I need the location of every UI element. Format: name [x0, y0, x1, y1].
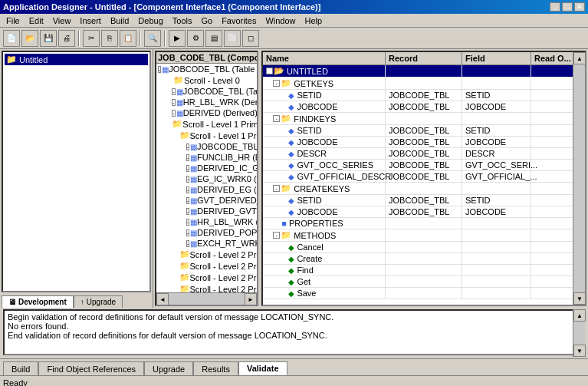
grid-row[interactable]: -📁 FINDKEYS	[263, 113, 585, 125]
grid-cell-record: JOBCODE_TBL	[386, 148, 462, 159]
menu-insert[interactable]: Insert	[75, 15, 106, 26]
grid-row[interactable]: ◆ JOBCODEJOBCODE_TBLJOBCODE	[263, 206, 585, 218]
grid-row[interactable]: ◆ DESCRJOBCODE_TBLDESCR	[263, 148, 585, 160]
title-buttons[interactable]: _ □ ✕	[550, 2, 585, 12]
grid-row[interactable]: ◆ Cancel	[263, 242, 585, 253]
comp-tree-item[interactable]: -▦ DERIVED_POPUF...	[156, 227, 257, 238]
comp-tree-item[interactable]: 📁 Scroll - Level 2 Pri...	[156, 272, 257, 283]
menu-edit[interactable]: Edit	[25, 15, 48, 26]
output-scroll-up[interactable]: ▲	[573, 309, 586, 322]
grid-row[interactable]: ◆ Get	[263, 276, 585, 288]
grid-cell-record: JOBCODE_TBL	[386, 101, 462, 112]
grid-row[interactable]: ◆ Create	[263, 253, 585, 265]
grid-row[interactable]: ◆ SETIDJOBCODE_TBLSETID	[263, 125, 585, 137]
grid-cell-field	[462, 65, 531, 77]
hscroll-left[interactable]: ◄	[156, 293, 169, 305]
grid-cell-read	[531, 171, 577, 182]
grid-vscroll[interactable]: ▲ ▼	[573, 52, 585, 305]
left-tree-untitled[interactable]: 📁 Untitled	[5, 54, 148, 65]
tree-grid-area: JOB_CODE_TBL (Component) -▦ JOBCODE_TBL …	[153, 49, 588, 308]
grid-cell-field: SETID	[462, 90, 531, 101]
grid-row[interactable]: ◆ SETIDJOBCODE_TBLSETID	[263, 195, 585, 206]
grid-row[interactable]: ◆ JOBCODEJOBCODE_TBLJOBCODE	[263, 137, 585, 148]
comp-tree-header: JOB_CODE_TBL (Component)	[156, 52, 257, 64]
grid-row[interactable]: ◆ GVT_OFFICIAL_DESCRJOBCODE_TBLGVT_OFFIC…	[263, 171, 585, 183]
menu-help[interactable]: Help	[301, 15, 327, 26]
toolbar-paste[interactable]: 📋	[120, 30, 136, 47]
comp-tree-item[interactable]: -▦ JOBCODE_TBL (Table...	[156, 141, 257, 152]
grid-cell-read	[531, 242, 577, 252]
tab-upgrade[interactable]: ↑ Upgrade	[74, 295, 123, 308]
menu-favorites[interactable]: Favorites	[217, 15, 261, 26]
menu-view[interactable]: View	[48, 15, 76, 26]
menu-tools[interactable]: Tools	[168, 15, 197, 26]
toolbar-save[interactable]: 💾	[40, 30, 57, 47]
hscroll-right[interactable]: ►	[245, 293, 257, 305]
toolbar-copy[interactable]: ⎘	[101, 30, 118, 47]
comp-tree-item[interactable]: -▦ DERIVED_EG (De...	[156, 184, 257, 195]
menu-build[interactable]: Build	[106, 15, 133, 26]
toolbar-cut[interactable]: ✂	[83, 30, 100, 47]
bottom-tab-find-object-references[interactable]: Find Object References	[38, 361, 144, 375]
comp-tree-item[interactable]: -▦ DERIVED_IC_GBL...	[156, 163, 257, 173]
minimize-button[interactable]: _	[550, 2, 560, 12]
output-panel-wrapper: Begin validation of record definitions f…	[2, 309, 586, 357]
comp-tree-item[interactable]: -▦ DERIVED_GVT (D...	[156, 206, 257, 216]
menu-go[interactable]: Go	[196, 15, 217, 26]
comp-tree-item[interactable]: -▦ JOBCODE_TBL (Table...	[156, 86, 257, 97]
bottom-tab-build[interactable]: Build	[3, 361, 38, 375]
menu-window[interactable]: Window	[261, 15, 300, 26]
comp-tree-item[interactable]: 📁 Scroll - Level 2 Pri...	[156, 249, 257, 260]
grid-row[interactable]: -📁 METHODS	[263, 229, 585, 242]
grid-row[interactable]: ■ PROPERTIES	[263, 218, 585, 229]
toolbar-b3[interactable]: ▤	[205, 30, 222, 47]
col-name: Name	[263, 52, 386, 64]
grid-cell-name: ■ PROPERTIES	[263, 218, 386, 229]
bottom-tab-upgrade[interactable]: Upgrade	[144, 361, 193, 375]
comp-tree-item[interactable]: -▦ GVT_DERIVED_L...	[156, 195, 257, 206]
toolbar-b2[interactable]: ⚙	[187, 30, 204, 47]
comp-tree-item[interactable]: -▦ JOBCODE_TBL (Table - Sc...	[156, 64, 257, 74]
vscroll-down[interactable]: ▼	[573, 292, 586, 305]
toolbar-b4[interactable]: ⬜	[224, 30, 241, 47]
comp-tree-hscroll[interactable]: ◄ ►	[156, 292, 257, 305]
grid-row[interactable]: -📁 GETKEYS	[263, 78, 585, 90]
grid-row[interactable]: ◆ JOBCODEJOBCODE_TBLJOBCODE	[263, 101, 585, 113]
comp-tree-item[interactable]: -▦ EG_IC_WRK0 (De...	[156, 173, 257, 184]
comp-tree-item[interactable]: -▦ FUNCLIB_HR (Der...	[156, 152, 257, 163]
grid-row[interactable]: ◆ SETIDJOBCODE_TBLSETID	[263, 90, 585, 101]
comp-tree-item[interactable]: 📁 Scroll - Level 1 Primary ...	[156, 130, 257, 141]
grid-row[interactable]: -📁 CREATEKEYS	[263, 183, 585, 195]
comp-tree-item[interactable]: -▦ HR_LBL_WRK (De...	[156, 216, 257, 227]
comp-tree-item[interactable]: -▦ HR_LBL_WRK (Derive...	[156, 97, 257, 107]
toolbar-new[interactable]: 📄	[3, 30, 20, 47]
component-tree-inner: JOB_CODE_TBL (Component) -▦ JOBCODE_TBL …	[156, 52, 257, 292]
menu-file[interactable]: File	[2, 15, 25, 26]
grid-row[interactable]: ◆ Find	[263, 265, 585, 276]
output-vscroll[interactable]: ▲ ▼	[573, 309, 585, 357]
toolbar-print[interactable]: 🖨	[58, 30, 75, 47]
grid-row[interactable]: ◆ GVT_OCC_SERIESJOBCODE_TBLGVT_OCC_SERI.…	[263, 160, 585, 171]
comp-tree-item[interactable]: 📁 Scroll - Level 2 Pri...	[156, 283, 257, 292]
menu-debug[interactable]: Debug	[133, 15, 167, 26]
toolbar-find[interactable]: 🔍	[144, 30, 161, 47]
maximize-button[interactable]: □	[562, 2, 573, 12]
output-scroll-down[interactable]: ▼	[573, 345, 586, 357]
vscroll-up[interactable]: ▲	[573, 52, 586, 64]
bottom-tab-results[interactable]: Results	[193, 361, 238, 375]
grid-cell-field: SETID	[462, 195, 531, 206]
toolbar-b1[interactable]: ▶	[169, 30, 186, 47]
toolbar-b5[interactable]: ◻	[242, 30, 259, 47]
comp-tree-item[interactable]: -▦ DERIVED (Derived)	[156, 107, 257, 118]
toolbar-open[interactable]: 📂	[21, 30, 38, 47]
tab-development[interactable]: 🖥 Development	[2, 295, 74, 308]
grid-row[interactable]: ◆ Save	[263, 288, 585, 299]
comp-tree-item[interactable]: 📁 Scroll - Level 1 Primary ...	[156, 118, 257, 130]
comp-tree-item[interactable]: 📁 Scroll - Level 0	[156, 74, 257, 86]
close-button[interactable]: ✕	[574, 2, 585, 12]
grid-row[interactable]: -📂 UNTITLED	[263, 65, 585, 78]
bottom-tab-validate[interactable]: Validate	[238, 361, 287, 375]
grid-cell-read	[531, 160, 577, 170]
comp-tree-item[interactable]: 📁 Scroll - Level 2 Pri...	[156, 260, 257, 272]
comp-tree-item[interactable]: -▦ EXCH_RT_WRK (I...	[156, 238, 257, 249]
